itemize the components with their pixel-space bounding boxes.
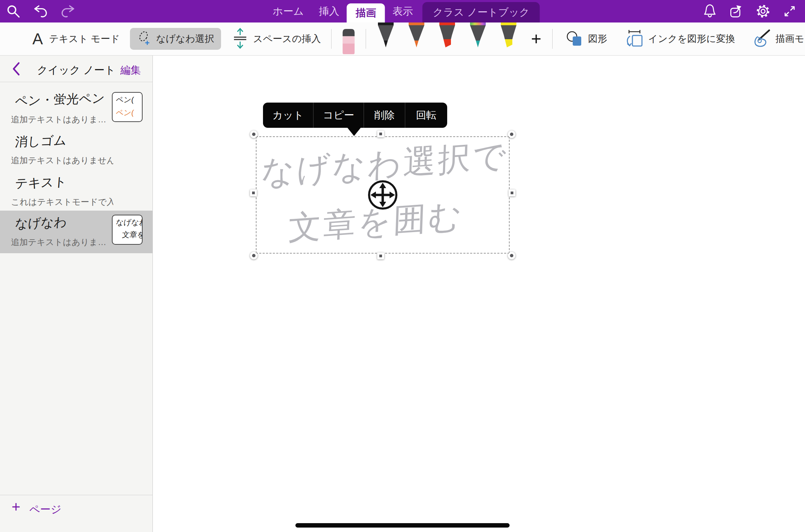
yellow-highlighter-tool[interactable] [498,22,519,49]
ribbon-divider [366,29,366,49]
thumbnail-ink-text: なげなわ [115,217,142,228]
page-subtitle: これはテキストモードで入力し… [11,196,113,208]
onenote-app: ホーム 挿入 描画 表示 クラス ノートブック A テキスト モード [0,0,805,532]
topbar-right-icons [702,3,797,19]
lasso-label: なげなわ選択 [156,32,214,45]
page-thumbnail: ペン( ペン( [112,92,143,122]
redo-icon[interactable] [60,3,76,19]
pen-tray [376,25,519,53]
page-list-sidebar: クイック ノート 編集 ペン・蛍光ペン 追加テキストはありま… ペン( ペン( … [0,56,153,532]
share-icon[interactable] [729,3,744,19]
black-pen-tool[interactable] [376,22,396,49]
add-page-button[interactable]: + ページ [0,495,152,532]
sidebar-header: クイック ノート 編集 [0,56,152,82]
ink-to-shape-button[interactable]: インクを図形に変換 [624,29,735,49]
move-selection-handle[interactable] [367,179,398,211]
text-mode-button[interactable]: テキスト モード [49,32,120,45]
tab-home[interactable]: ホーム [265,0,311,22]
thumbnail-ink-text: ペン( [115,95,142,105]
page-title: 消しゴム [14,129,154,151]
page-list-item[interactable]: 消しゴム 追加テキストはありません [0,129,153,170]
draw-mode-label: 描画モード [775,32,805,45]
insert-space-icon [231,27,249,51]
page-list-item[interactable]: ペン・蛍光ペン 追加テキストはありま… ペン( ペン( [0,88,153,129]
rotate-menu-item[interactable]: 回転 [405,103,447,128]
text-mode-icon: A [32,30,43,48]
add-pen-button[interactable]: + [531,30,541,48]
page-list-item-selected[interactable]: なげなわ 追加テキストはありま… なげなわ 文章を [0,211,153,253]
lasso-icon [137,30,152,47]
resize-handle-left[interactable] [250,189,257,196]
cut-menu-item[interactable]: カット [263,103,313,128]
search-icon[interactable] [5,3,21,19]
bell-icon[interactable] [702,3,718,19]
page-subtitle: 追加テキストはありま… [11,237,113,248]
resize-handle-right[interactable] [509,189,515,196]
top-bar: ホーム 挿入 描画 表示 クラス ノートブック [0,0,805,22]
home-indicator-bar[interactable] [295,523,510,528]
tab-insert[interactable]: 挿入 [311,0,347,22]
page-title: テキスト [14,170,154,192]
draw-ribbon: A テキスト モード なげなわ選択 スペースの挿入 [0,22,805,56]
page-list-item[interactable]: テキスト これはテキストモードで入力し… [0,170,153,211]
fullscreen-icon[interactable] [782,3,797,19]
resize-handle-top-left[interactable] [250,131,258,138]
shapes-icon [566,29,584,48]
tab-class-notebook[interactable]: クラス ノートブック [423,2,540,22]
topbar-left-icons [5,3,76,19]
resize-handle-top-right[interactable] [508,131,515,138]
page-subtitle: 追加テキストはありません [11,155,113,166]
resize-handle-bottom-right[interactable] [508,252,515,259]
draw-mode-icon [752,29,771,49]
insert-space-button[interactable]: スペースの挿入 [231,27,321,51]
shapes-label: 図形 [588,32,607,45]
add-page-label: ページ [29,502,61,517]
lasso-select-button[interactable]: なげなわ選択 [130,28,221,50]
insert-space-label: スペースの挿入 [253,32,321,45]
resize-handle-bottom[interactable] [377,253,384,259]
context-menu-pointer [347,127,361,136]
tab-view[interactable]: 表示 [385,0,421,22]
ribbon-divider [552,29,553,49]
galaxy-pen-tool[interactable] [468,22,488,49]
ink-to-shape-label: インクを図形に変換 [648,32,735,45]
resize-handle-bottom-left[interactable] [250,252,258,259]
page-subtitle: 追加テキストはありま… [11,114,113,125]
tab-draw[interactable]: 描画 [347,3,385,22]
ribbon-divider [331,29,332,49]
delete-menu-item[interactable]: 削除 [364,103,405,128]
copy-menu-item[interactable]: コピー [313,103,364,128]
note-canvas[interactable]: なげなわ選択で 文章を囲む カット コピー 削除 回転 [153,56,805,532]
shapes-button[interactable]: 図形 [566,29,607,48]
ink-to-shape-icon [624,29,644,49]
undo-icon[interactable] [33,3,48,19]
ribbon-tabs: ホーム 挿入 描画 表示 クラス ノートブック [265,0,540,22]
thumbnail-ink-text: ペン( [115,108,142,118]
eraser-tool[interactable] [340,29,357,54]
page-thumbnail: なげなわ 文章を [112,215,143,245]
orange-pen-tool[interactable] [406,22,427,49]
edit-button[interactable]: 編集 [120,63,141,77]
ink-context-menu: カット コピー 削除 回転 [263,103,447,128]
plus-icon: + [12,501,20,513]
thumbnail-ink-text: 文章を [121,230,142,240]
settings-gear-icon[interactable] [755,3,771,19]
draw-mode-button[interactable]: 描画モード [752,29,805,49]
resize-handle-top[interactable] [377,131,384,137]
red-highlighter-tool[interactable] [437,22,457,49]
